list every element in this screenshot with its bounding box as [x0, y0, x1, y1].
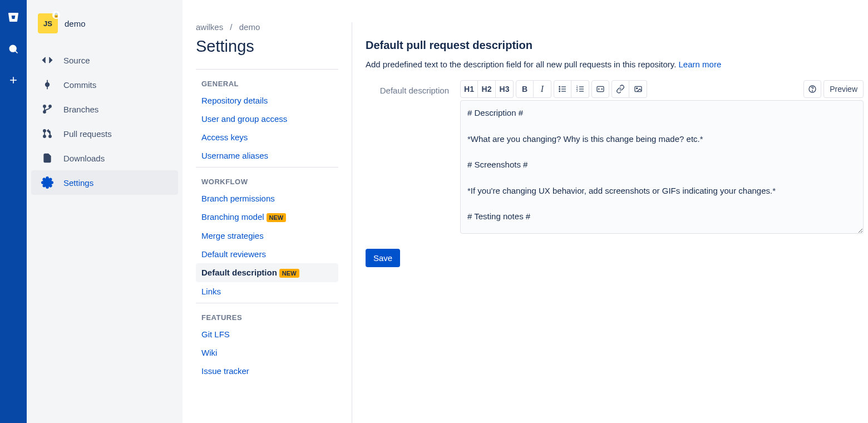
sidebar-item-settings[interactable]: Settings [31, 170, 178, 195]
settings-item-default-description[interactable]: Default descriptionNEW [196, 263, 338, 282]
settings-link[interactable]: Repository details [201, 96, 268, 105]
breadcrumb-sep: / [230, 22, 232, 32]
svg-point-16 [559, 88, 560, 90]
toolbar-h2-button[interactable]: H2 [478, 80, 496, 98]
sidebar-item-branches[interactable]: Branches [31, 97, 178, 121]
settings-item-branch-permissions[interactable]: Branch permissions [196, 189, 338, 208]
svg-point-17 [559, 91, 560, 92]
settings-item-access-keys[interactable]: Access keys [196, 128, 338, 146]
svg-point-9 [49, 105, 51, 107]
section-features-header: FEATURES [196, 303, 338, 325]
settings-link[interactable]: User and group access [201, 114, 287, 124]
repo-header: JS 🔒 demo [31, 13, 178, 43]
pullrequest-icon [41, 127, 53, 140]
toolbar-bold-button[interactable]: B [516, 80, 534, 98]
settings-item-merge-strategies[interactable]: Merge strategies [196, 227, 338, 245]
new-badge: NEW [267, 213, 287, 222]
svg-point-29 [636, 88, 637, 89]
toolbar-code-button[interactable] [591, 80, 609, 98]
settings-item-default-reviewers[interactable]: Default reviewers [196, 245, 338, 263]
search-icon[interactable] [4, 40, 22, 58]
sidebar-label: Pull requests [63, 129, 112, 139]
settings-link[interactable]: Branch permissions [201, 194, 275, 203]
section-features-list: Git LFS Wiki Issue tracker [196, 325, 338, 380]
svg-point-7 [43, 105, 46, 107]
settings-link[interactable]: Default reviewers [201, 249, 266, 259]
settings-nav: awilkes / demo Settings GENERAL Reposito… [196, 22, 338, 423]
settings-item-branching-model[interactable]: Branching modelNEW [196, 208, 338, 227]
editor-wrap: H1 H2 H3 B I 123 [460, 80, 864, 235]
main-heading: Default pull request description [366, 39, 864, 52]
settings-link[interactable]: Issue tracker [201, 366, 249, 376]
toolbar-image-button[interactable] [629, 80, 647, 98]
settings-item-username-aliases[interactable]: Username aliases [196, 146, 338, 165]
settings-link[interactable]: Username aliases [201, 151, 268, 160]
settings-item-links[interactable]: Links [196, 282, 338, 301]
toolbar-ul-button[interactable] [554, 80, 571, 98]
toolbar-h1-button[interactable]: H1 [460, 80, 478, 98]
toolbar-preview-button[interactable]: Preview [823, 80, 864, 98]
settings-item-issue-tracker[interactable]: Issue tracker [196, 362, 338, 380]
sidebar-label: Settings [63, 178, 93, 188]
settings-link[interactable]: Default description [201, 268, 277, 277]
save-button[interactable]: Save [366, 249, 400, 267]
settings-link[interactable]: Access keys [201, 132, 248, 142]
settings-link[interactable]: Wiki [201, 348, 217, 357]
svg-line-1 [15, 51, 17, 53]
create-plus-icon[interactable] [4, 71, 22, 89]
repo-avatar: JS 🔒 [38, 13, 58, 33]
bitbucket-logo-icon[interactable] [4, 9, 22, 27]
toolbar-link-button[interactable] [611, 80, 629, 98]
sidebar-item-downloads[interactable]: Downloads [31, 146, 178, 170]
toolbar-link-image-group [611, 80, 647, 98]
breadcrumb-owner[interactable]: awilkes [196, 22, 223, 32]
form-label: Default description [366, 80, 449, 95]
sidebar-label: Branches [63, 105, 98, 114]
description-textarea[interactable] [460, 100, 864, 234]
repo-name: demo [65, 19, 86, 28]
sidebar-item-commits[interactable]: Commits [31, 72, 178, 97]
sidebar-label: Commits [63, 80, 96, 90]
settings-item-repo-details[interactable]: Repository details [196, 91, 338, 110]
toolbar-italic-button[interactable]: I [534, 80, 551, 98]
code-icon [41, 54, 53, 66]
toolbar-ol-button[interactable]: 123 [571, 80, 589, 98]
svg-point-31 [812, 91, 813, 91]
new-badge: NEW [279, 269, 299, 278]
settings-item-git-lfs[interactable]: Git LFS [196, 325, 338, 343]
sidebar-nav: Source Commits Branches Pull requests Do… [31, 43, 178, 195]
learn-more-link[interactable]: Learn more [679, 60, 722, 69]
svg-text:3: 3 [576, 90, 578, 92]
settings-link[interactable]: Merge strategies [201, 231, 264, 240]
toolbar-help-button[interactable] [803, 80, 821, 98]
svg-point-10 [43, 130, 46, 132]
section-general-header: GENERAL [196, 69, 338, 91]
settings-item-wiki[interactable]: Wiki [196, 343, 338, 362]
sidebar-label: Downloads [63, 154, 105, 163]
page-title: Settings [196, 37, 338, 56]
branch-icon [41, 103, 53, 115]
settings-link[interactable]: Git LFS [201, 329, 230, 339]
toolbar-h3-button[interactable]: H3 [496, 80, 514, 98]
repo-icon-text: JS [43, 19, 52, 28]
sidebar: JS 🔒 demo Source Commits Branches [27, 0, 183, 423]
toolbar-style-group: B I [516, 80, 551, 98]
sidebar-item-pullrequests[interactable]: Pull requests [31, 121, 178, 146]
svg-point-15 [559, 86, 560, 87]
editor-toolbar: H1 H2 H3 B I 123 [460, 80, 864, 98]
breadcrumb: awilkes / demo [196, 22, 338, 32]
svg-point-4 [46, 83, 50, 87]
main-description: Add predefined text to the description f… [366, 60, 864, 69]
settings-link[interactable]: Branching model [201, 212, 264, 222]
sidebar-item-source[interactable]: Source [31, 48, 178, 72]
form-row: Default description H1 H2 H3 B I [366, 80, 864, 235]
svg-point-11 [43, 135, 46, 137]
commit-icon [41, 78, 53, 91]
section-workflow-list: Branch permissions Branching modelNEW Me… [196, 189, 338, 301]
breadcrumb-repo[interactable]: demo [239, 22, 260, 32]
desc-text: Add predefined text to the description f… [366, 60, 679, 69]
settings-item-user-group[interactable]: User and group access [196, 110, 338, 128]
sidebar-label: Source [63, 56, 90, 65]
settings-link[interactable]: Links [201, 287, 221, 296]
content: awilkes / demo Settings GENERAL Reposito… [183, 0, 868, 423]
